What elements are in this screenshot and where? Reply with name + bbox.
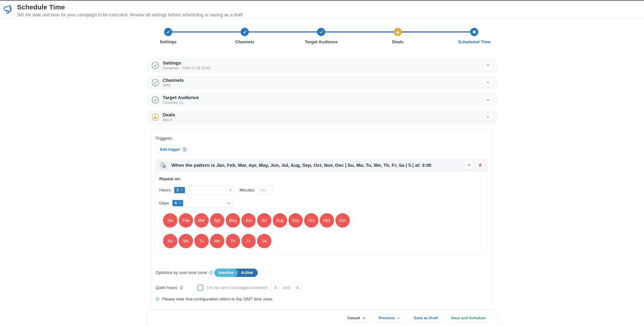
cancel-label: Cancel	[348, 316, 360, 320]
accordion-target-audience[interactable]: Target Audience Countries (1)	[147, 93, 497, 107]
add-trigger-button[interactable]: Add trigger	[156, 145, 191, 154]
weekday-pill[interactable]: We	[210, 234, 224, 248]
timezone-toggle: Inactive Active	[214, 269, 258, 277]
accordion-subtitle: Campaign - 2024-11-29 10:40	[162, 66, 210, 70]
month-pill[interactable]: Nov	[320, 213, 334, 228]
weekday-pill[interactable]: Tu	[194, 234, 209, 248]
month-pill[interactable]: Dec	[336, 213, 350, 228]
step-label-scheduled-time: Scheduled Time	[458, 40, 490, 44]
quiet-hours-label: Quiet hours	[156, 285, 177, 290]
trigger-clock-icon	[158, 160, 168, 170]
chevron-left-icon	[397, 316, 400, 320]
accordion-channels[interactable]: Channels SMS	[147, 76, 497, 89]
month-pill[interactable]: May	[226, 213, 240, 228]
cancel-button[interactable]: Cancel	[343, 314, 370, 322]
trigger-pattern-text: When the pattern is Jan, Feb, Mar, Apr, …	[171, 162, 432, 168]
toggle-inactive-option[interactable]: Inactive	[214, 269, 238, 277]
expand-button[interactable]	[484, 61, 492, 69]
page-subtitle: Set the date and time for your campaign …	[17, 12, 243, 18]
delete-trigger-button[interactable]	[476, 161, 484, 170]
gmt-note-text: Please note that configuration refers to…	[162, 297, 274, 301]
close-icon	[362, 316, 366, 320]
expand-button[interactable]	[484, 78, 492, 87]
hours-label: Hours	[159, 188, 171, 193]
trigger-header[interactable]: When the pattern is Jan, Feb, Mar, Apr, …	[156, 159, 487, 171]
chip-remove-icon[interactable]: ×	[179, 201, 181, 205]
trigger-item: When the pattern is Jan, Feb, Mar, Apr, …	[156, 159, 488, 254]
chevron-down-icon	[486, 80, 490, 85]
trigger-body: Repeat on: Hours 3 × Minutes Days	[156, 171, 487, 254]
step-label-channels: Channels	[235, 40, 254, 44]
expand-button[interactable]	[484, 113, 492, 121]
hours-select[interactable]: 3 ×	[173, 186, 234, 194]
circle-check-icon	[151, 61, 160, 70]
hours-chip: 3 ×	[174, 187, 185, 193]
weekday-pill[interactable]: Mo	[179, 234, 193, 248]
step-label-target-audience: Target Audience	[305, 40, 338, 44]
circle-warning-icon	[151, 113, 160, 121]
previous-label: Previous	[379, 316, 395, 320]
step-node-settings[interactable]	[164, 28, 172, 36]
accordion-subtitle: Countries (1)	[162, 101, 199, 105]
accordion-subtitle: SMS	[162, 83, 184, 87]
accordion-settings[interactable]: Settings Campaign - 2024-11-29 10:40	[147, 58, 497, 72]
plus-circle-icon	[182, 147, 187, 152]
accordion-title: Settings	[162, 60, 210, 65]
accordion-subtitle: deal 6	[162, 118, 175, 122]
save-as-draft-button[interactable]: Save as Draft	[409, 314, 442, 322]
previous-button[interactable]: Previous	[374, 314, 405, 322]
month-pill[interactable]: Sep	[288, 213, 303, 228]
expand-button[interactable]	[484, 96, 492, 104]
accordion-title: Channels	[162, 78, 184, 83]
trash-icon	[478, 163, 482, 167]
month-pill[interactable]: Mar	[194, 213, 209, 228]
quiet-hours-text: Do not send messages between	[207, 285, 268, 290]
quiet-hours-checkbox[interactable]	[198, 285, 203, 291]
step-node-target-audience[interactable]	[317, 28, 325, 36]
triggers-section-label: Triggers:	[156, 136, 488, 141]
month-pill[interactable]: Aug	[273, 213, 287, 228]
chip-remove-icon[interactable]: ×	[180, 188, 182, 192]
month-pill[interactable]: Apr	[210, 213, 224, 228]
minutes-input[interactable]	[257, 186, 273, 194]
save-and-schedule-button[interactable]: Save and Schedule	[446, 314, 490, 322]
info-icon[interactable]	[179, 286, 184, 290]
month-pill[interactable]: Jul	[257, 213, 272, 228]
circle-check-icon	[151, 96, 160, 104]
chevron-down-icon	[486, 115, 490, 119]
weekday-pill[interactable]: Fr	[242, 234, 256, 248]
weekday-pill[interactable]: Su	[163, 234, 177, 248]
megaphone-icon	[3, 4, 15, 16]
step-node-deals[interactable]	[394, 28, 402, 36]
triggers-card: Triggers: Add trigger When the pattern i…	[151, 129, 492, 310]
step-node-channels[interactable]	[240, 28, 249, 36]
quiet-to-input[interactable]	[293, 283, 302, 292]
weekday-pill[interactable]: Th	[226, 234, 240, 248]
select-caret-icon	[229, 190, 232, 191]
accordion-deals[interactable]: Deals deal 6	[147, 110, 497, 124]
days-chip: 5 ×	[172, 200, 183, 206]
wizard-stepper: Settings Channels Target Audience	[147, 28, 497, 54]
days-select[interactable]: 5 ×	[172, 199, 232, 207]
quiet-from-input[interactable]	[272, 283, 280, 292]
check-icon	[166, 30, 170, 34]
step-label-deals: Deals	[392, 40, 404, 44]
info-icon	[156, 297, 160, 301]
collapse-trigger-button[interactable]	[464, 161, 473, 170]
info-icon[interactable]	[209, 271, 213, 275]
footer-action-bar: Cancel Previous Save as Draft Save and S…	[147, 310, 498, 326]
chevron-down-icon	[486, 98, 490, 102]
add-trigger-label: Add trigger	[160, 147, 180, 152]
months-tray: JanFebMarAprMayJunJulAugSepOctNovDec	[159, 212, 354, 229]
month-pill[interactable]: Oct	[304, 213, 318, 228]
check-icon	[319, 30, 324, 34]
month-pill[interactable]: Feb	[179, 213, 193, 228]
minutes-label: Minutes	[240, 188, 254, 193]
days-label: Days	[159, 201, 169, 206]
and-label: and	[283, 285, 290, 290]
warning-triangle-icon	[395, 30, 400, 35]
month-pill[interactable]: Jan	[163, 213, 177, 228]
month-pill[interactable]: Jun	[242, 213, 256, 228]
weekday-pill[interactable]: Sa	[257, 234, 272, 248]
step-node-scheduled-time[interactable]	[470, 28, 478, 36]
